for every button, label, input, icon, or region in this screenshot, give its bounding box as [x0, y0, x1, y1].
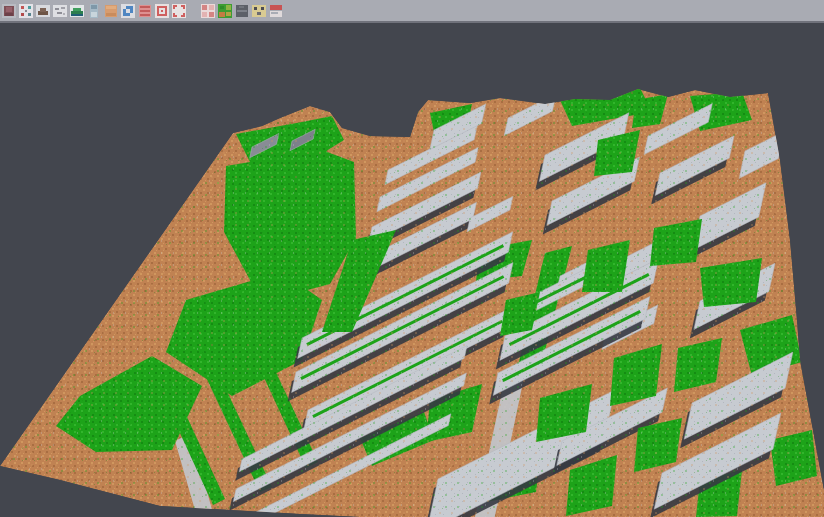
classified-map-icon[interactable]	[218, 4, 232, 18]
orange-square-icon[interactable]	[104, 4, 118, 18]
toolbar-separator	[189, 4, 198, 18]
ruler-icon[interactable]	[87, 4, 101, 18]
toolbar	[0, 0, 824, 23]
checker-grid-icon[interactable]	[201, 4, 215, 18]
target-icon[interactable]	[155, 4, 169, 18]
gray-dashes-icon[interactable]	[53, 4, 67, 18]
dark-sphere-icon[interactable]	[235, 4, 249, 18]
green-hill-icon[interactable]	[70, 4, 84, 18]
red-bar-icon[interactable]	[269, 4, 283, 18]
terrain-model	[0, 88, 824, 517]
globe-arrows-icon[interactable]	[121, 4, 135, 18]
3d-viewport[interactable]	[0, 23, 824, 517]
clip-box-icon[interactable]	[252, 4, 266, 18]
maroon-blob-icon[interactable]	[2, 4, 16, 18]
viewport-canvas[interactable]	[0, 23, 824, 517]
brown-mound-icon[interactable]	[36, 4, 50, 18]
pointcloud-speckle	[0, 89, 824, 517]
red-stack-icon[interactable]	[138, 4, 152, 18]
colored-points-icon[interactable]	[19, 4, 33, 18]
selection-marquee-icon[interactable]	[172, 4, 186, 18]
